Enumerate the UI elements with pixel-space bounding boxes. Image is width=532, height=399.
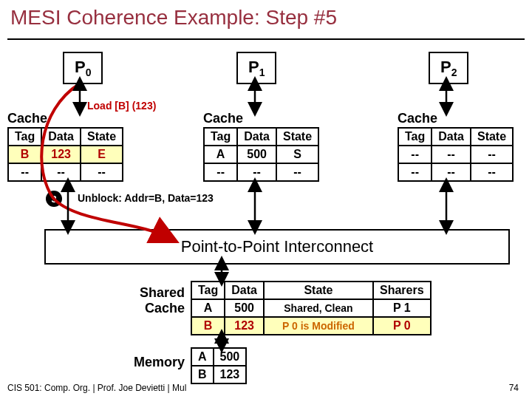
th-state: State bbox=[276, 128, 318, 146]
shared-cache-table: Tag Data State Sharers A 500 Shared, Cle… bbox=[191, 281, 432, 335]
slide-footer: CIS 501: Comp. Org. | Prof. Joe Devietti… bbox=[7, 383, 186, 393]
th-data: Data bbox=[225, 282, 264, 299]
mem-r1-data: 500 bbox=[214, 348, 247, 366]
p0-sub: 0 bbox=[86, 66, 92, 78]
p1-r1-data: 500 bbox=[237, 146, 276, 163]
p1-r2-state: -- bbox=[276, 163, 318, 181]
p2-cache-table: TagDataState -- -- -- -- -- -- bbox=[398, 127, 514, 182]
mem-r1-tag: A bbox=[191, 348, 214, 366]
p0-r2-data: -- bbox=[41, 163, 81, 181]
p2-letter: P bbox=[440, 58, 451, 76]
sc-r1-state: Shared, Clean bbox=[264, 299, 373, 317]
interconnect-bar: Point-to-Point Interconnect bbox=[44, 229, 510, 265]
processor-p2: P2 bbox=[429, 52, 468, 84]
th-data: Data bbox=[432, 128, 471, 146]
processor-p1: P1 bbox=[236, 52, 276, 84]
p0-r1-tag: B bbox=[8, 146, 41, 163]
memory-table: A 500 B 123 bbox=[191, 347, 247, 384]
p0-letter: P bbox=[75, 58, 86, 76]
th-data: Data bbox=[41, 128, 81, 146]
sc-r1-sharers: P 1 bbox=[373, 299, 431, 317]
page-number: 74 bbox=[509, 383, 519, 393]
p2-sub: 2 bbox=[451, 66, 457, 78]
th-tag: Tag bbox=[204, 128, 237, 146]
p0-cache-table: TagDataState B 123 E -- -- -- bbox=[7, 127, 123, 182]
shared-cache-label: Shared Cache bbox=[133, 285, 185, 316]
p0-r1-data: 123 bbox=[41, 146, 81, 163]
sc-r2-state: P 0 is Modified bbox=[264, 317, 373, 335]
unblock-label: Unblock: Addr=B, Data=123 bbox=[78, 192, 214, 204]
p2-r2-state: -- bbox=[471, 163, 513, 181]
load-action-label: Load [B] (123) bbox=[87, 100, 156, 112]
slide: MESI Coherence Example: Step #5 P0 P1 P2… bbox=[0, 0, 532, 399]
p1-r1-tag: A bbox=[204, 146, 237, 163]
sc-r1-data: 500 bbox=[225, 299, 264, 317]
page-title: MESI Coherence Example: Step #5 bbox=[10, 6, 337, 30]
th-state: State bbox=[471, 128, 513, 146]
p0-r2-tag: -- bbox=[8, 163, 41, 181]
sc-r2-data: 123 bbox=[225, 317, 264, 335]
th-data: Data bbox=[237, 128, 276, 146]
mem-r2-tag: B bbox=[191, 366, 214, 383]
title-rule bbox=[7, 38, 525, 40]
p1-r2-data: -- bbox=[237, 163, 276, 181]
p2-r1-tag: -- bbox=[398, 146, 432, 163]
p2-cache-label: Cache bbox=[398, 111, 437, 126]
p1-cache-label: Cache bbox=[203, 111, 243, 126]
sc-r2-sharers: P 0 bbox=[373, 317, 431, 335]
p2-r2-data: -- bbox=[432, 163, 471, 181]
p0-r2-state: -- bbox=[81, 163, 123, 181]
p2-r1-data: -- bbox=[432, 146, 471, 163]
th-sharers: Sharers bbox=[373, 282, 431, 299]
sc-r1-tag: A bbox=[191, 299, 225, 317]
p1-sub: 1 bbox=[259, 66, 265, 78]
th-tag: Tag bbox=[191, 282, 225, 299]
p2-r2-tag: -- bbox=[398, 163, 432, 181]
p1-r1-state: S bbox=[276, 146, 318, 163]
p1-letter: P bbox=[248, 58, 259, 76]
p0-cache-label: Cache bbox=[7, 111, 47, 126]
th-state: State bbox=[81, 128, 123, 146]
processor-p0: P0 bbox=[63, 52, 103, 84]
p2-r1-state: -- bbox=[471, 146, 513, 163]
p1-r2-tag: -- bbox=[204, 163, 237, 181]
mem-r2-data: 123 bbox=[214, 366, 247, 383]
p1-cache-table: TagDataState A 500 S -- -- -- bbox=[203, 127, 319, 182]
sc-r2-tag: B bbox=[191, 317, 225, 335]
step-badge: 3 bbox=[46, 191, 62, 207]
p0-r1-state: E bbox=[81, 146, 123, 163]
memory-label: Memory bbox=[126, 355, 185, 370]
th-tag: Tag bbox=[398, 128, 432, 146]
th-tag: Tag bbox=[8, 128, 41, 146]
th-state: State bbox=[264, 282, 373, 299]
interconnect-label: Point-to-Point Interconnect bbox=[181, 237, 373, 256]
